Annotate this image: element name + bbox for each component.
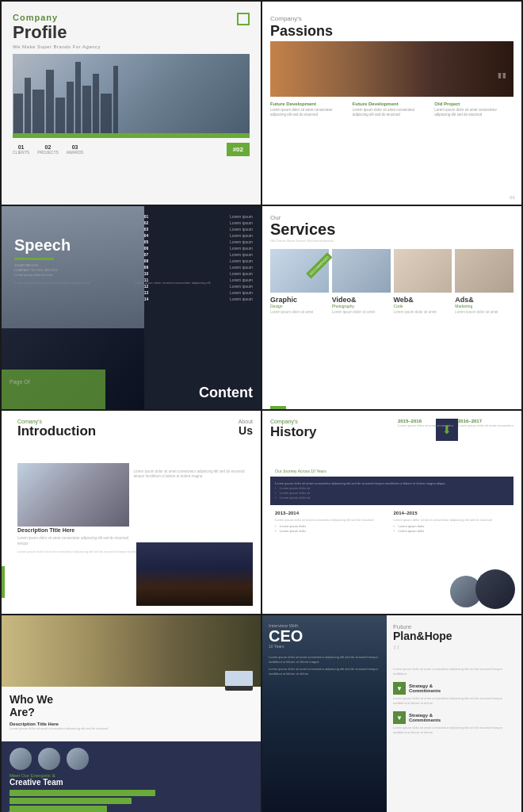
num-item: 12Lorem ipsum [144,284,253,289]
year-desc-2: Lorem ipsum dolor sit amet consectetur [458,423,513,427]
num-item: 01Lorem ipsum [144,214,253,219]
services-title: Services [270,221,513,237]
num-item: 14Lorem ipsum [144,297,253,301]
intro-left-col: Description Title Here Lorem ipsum dolor… [17,463,129,546]
cell-ceo: Interview With CEO 10 Years Lorem ipsum … [262,615,521,812]
desc-title: Description Title Here [17,527,129,534]
strategy-block-1: ▼ Strategy &Commitments Lorem ipsum dolo… [393,682,515,705]
meet-team-section: Meet Our Energetic & Creative Team [2,741,261,812]
num-item: 08Lorem ipsum [144,259,253,263]
dark-section-list: Lorem ipsum dolor sit Lorem ipsum dolor … [275,486,509,500]
team-member-photo-2 [38,748,60,770]
strategy-block-2: ▼ Strategy &Commitments Lorem ipsum dolo… [393,711,515,734]
journey-label: Our Journey Across 10 Years [270,469,513,473]
passions-page-num: 01 [510,195,515,200]
service-img-ads [455,249,513,293]
year-desc-1: Lorem ipsum dolor sit amet consectetur [398,423,453,427]
profile-title: Profile [13,24,67,41]
contents-bottom: Page Of Content [10,379,253,401]
service-name-graphic: Graphic [270,296,329,304]
service-img-video [332,249,391,293]
intro-left: Comany's Introduction [10,419,253,439]
page-of-label: Page Of [10,379,253,385]
landscape-photo [2,615,261,687]
building [82,86,91,133]
cover-header: Company Profile We Make Super Brands For… [13,13,250,49]
building [25,78,31,133]
num-item: 10Lorem ipsum [144,271,253,276]
timeline-year-1: 2013–2014 [275,510,391,516]
service-desc-web: Lorem ipsum dolor sit amet [394,310,452,315]
service-name-ads: Ads& [455,296,513,304]
service-desc-video: Lorem ipsum dolor sit amet [332,310,391,315]
num-item: 02Lorem ipsum [144,220,253,225]
green-bottom-decoration [270,406,286,409]
list-item: Lorem ipsum dolor sit [275,486,509,490]
service-sub-web: Code [394,304,452,308]
list-item: Lorem ipsum dolor [275,529,391,534]
num-item: 13Lorem ipsum [144,290,253,295]
quote-decoration: " [497,68,507,94]
city-lights-bg [136,542,253,606]
timeline-item-1: 2013–2014 Lorem ipsum dolor sit amet con… [275,510,391,534]
square-decoration [237,13,250,25]
building [113,66,118,133]
cover-tagline: We Make Super Brands For Agency [13,44,101,49]
laptop-icon [225,671,253,691]
service-sub-graphic: Design [270,304,329,308]
ceo-title: CEO [269,628,387,644]
who-text: Lorem ipsum dolor sit amet consectetur a… [10,726,253,731]
service-video: Video& Photography Lorem ipsum dolor sit… [332,249,391,315]
passions-company-label: Company's [270,15,302,22]
cell-services: Our Services Old Clients Same Service Re… [262,206,521,409]
intro-right-col: Lorem ipsum dolor sit amet consectetur a… [134,463,246,546]
cell-team: Who WeAre? Description Title Here Lorem … [2,615,261,812]
passions-col-3: Old Project Lorem ipsum dolor sit amet c… [434,102,513,118]
laptop-screen [225,671,253,686]
num-list-section: 01Lorem ipsum 02Lorem ipsum 03Lorem ipsu… [144,214,253,306]
num-item: 04Lorem ipsum [144,233,253,238]
list-item: Lorem ipsum dolor [394,524,510,529]
green-tags [10,790,253,812]
strategy-title-2: Strategy &Commitments [409,713,441,722]
building [13,94,23,133]
strategy-title-row: ▼ Strategy &Commitments [393,682,515,695]
num-item: 07Lorem ipsum [144,252,253,257]
city-photo [13,54,250,133]
col-text: Lorem ipsum dolor sit amet consectetur a… [270,108,349,118]
years-row: 2015–2016 Lorem ipsum dolor sit amet con… [398,419,513,427]
plan-text: Lorem ipsum dolor sit amet consectetur a… [393,667,515,676]
plan-right-panel: Future Plan&Hope " Lorem ipsum dolor sit… [387,615,521,812]
service-sub-ads: Marketing [455,304,513,308]
team-member-photo-1 [10,748,32,770]
col-title: Old Project [434,102,513,106]
about-city-photo [136,542,253,606]
green-tag-3 [10,806,107,812]
about-us-section: About Us [239,419,253,437]
passions-col-2: Future Development Lorem ipsum dolor sit… [353,102,432,118]
dark-history-section: Lorem ipsum dolor sit amet consectetur a… [270,477,513,505]
service-graphic: RECOMMENDED Graphic Design Lorem ipsum d… [270,249,329,315]
passions-city-photo: " [270,41,513,97]
strategy-title-1: Strategy &Commitments [409,684,441,693]
filter-icon-2: ▼ [393,711,406,724]
green-divider-bar [13,133,250,138]
building [67,82,74,133]
num-list: 01Lorem ipsum 02Lorem ipsum 03Lorem ipsu… [144,214,253,301]
col-text: Lorem ipsum dolor sit amet consectetur a… [434,108,513,118]
page-number: #02 [227,143,250,156]
tl-list: Lorem ipsum dolor Lorem ipsum dolor [394,524,510,534]
intro-desc: Description Title Here Lorem ipsum dolor… [17,527,129,546]
col-text: Lorem ipsum dolor sit amet consectetur a… [353,108,432,118]
building [55,98,65,133]
services-grid: RECOMMENDED Graphic Design Lorem ipsum d… [270,249,513,315]
quote-icon: " [393,642,515,664]
cell-contents: Speech JONATHAN DOECOMPANY TO CEO, BOX 0… [2,206,261,409]
ceo-body-text: Lorem ipsum dolor sit amet consectetur a… [269,655,387,664]
service-ads: Ads& Marketing Lorem ipsum dolor sit ame… [455,249,513,315]
list-item: Lorem ipsum dolor [275,524,391,529]
stats-row: 01CLIENTS 02PROJECTS 03AWARDS [13,144,83,155]
year-block-2: 2016–2017 Lorem ipsum dolor sit amet con… [458,419,513,427]
green-tag-1 [10,790,155,796]
building [32,90,44,133]
